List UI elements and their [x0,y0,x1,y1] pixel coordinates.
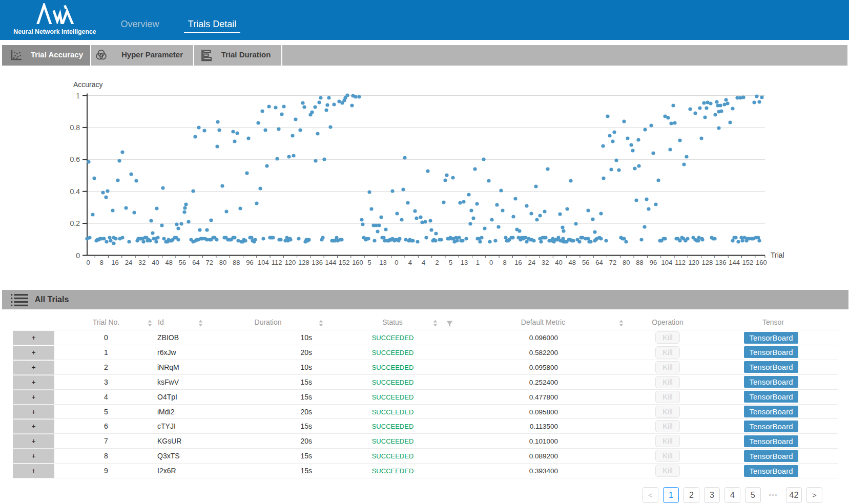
svg-text:48: 48 [165,259,173,266]
svg-text:160: 160 [756,259,767,266]
svg-text:104: 104 [258,259,269,266]
svg-text:152: 152 [742,259,754,266]
svg-text:0: 0 [489,259,493,266]
svg-text:136: 136 [312,259,323,266]
svg-text:13: 13 [461,259,468,266]
svg-text:120: 120 [688,259,699,266]
svg-text:0: 0 [86,259,90,266]
svg-text:112: 112 [272,259,282,266]
svg-text:40: 40 [152,259,159,266]
svg-text:72: 72 [609,259,616,266]
svg-text:32: 32 [542,259,549,266]
svg-text:64: 64 [192,259,199,266]
svg-text:5: 5 [367,259,371,266]
svg-text:88: 88 [636,259,643,266]
svg-text:144: 144 [729,259,740,266]
svg-text:96: 96 [650,259,657,266]
svg-text:16: 16 [514,259,522,266]
svg-text:2: 2 [435,259,439,266]
svg-text:80: 80 [219,259,226,266]
svg-text:4: 4 [422,259,425,266]
svg-text:160: 160 [352,259,363,266]
svg-text:128: 128 [298,259,309,266]
svg-text:4: 4 [408,259,412,266]
svg-text:1: 1 [76,92,80,100]
svg-text:0: 0 [395,259,398,266]
svg-text:13: 13 [379,259,386,266]
svg-text:72: 72 [205,259,213,266]
svg-text:8: 8 [503,259,506,266]
svg-text:8: 8 [100,259,103,266]
svg-text:80: 80 [623,259,630,266]
svg-text:0.8: 0.8 [70,123,80,132]
svg-text:0.2: 0.2 [70,219,80,227]
svg-text:0: 0 [76,251,80,260]
svg-text:104: 104 [661,259,672,266]
svg-text:40: 40 [555,259,562,266]
svg-text:56: 56 [179,259,186,266]
svg-text:5: 5 [449,259,452,266]
svg-text:0.6: 0.6 [70,155,80,163]
svg-text:0.4: 0.4 [70,187,80,196]
svg-text:32: 32 [138,259,146,266]
svg-text:56: 56 [582,259,589,266]
svg-text:112: 112 [675,259,686,266]
svg-text:88: 88 [233,259,240,266]
svg-text:120: 120 [285,259,296,266]
svg-text:1: 1 [476,259,480,266]
svg-text:64: 64 [595,259,603,266]
svg-text:48: 48 [569,259,576,266]
svg-text:Trial: Trial [771,251,784,259]
svg-text:144: 144 [325,259,337,266]
svg-text:Accuracy: Accuracy [73,80,103,89]
svg-text:152: 152 [339,259,350,266]
svg-text:128: 128 [701,259,713,266]
svg-text:136: 136 [715,259,727,266]
svg-text:24: 24 [125,259,132,266]
svg-text:16: 16 [111,259,118,266]
svg-text:24: 24 [528,259,535,266]
svg-text:96: 96 [246,259,253,266]
